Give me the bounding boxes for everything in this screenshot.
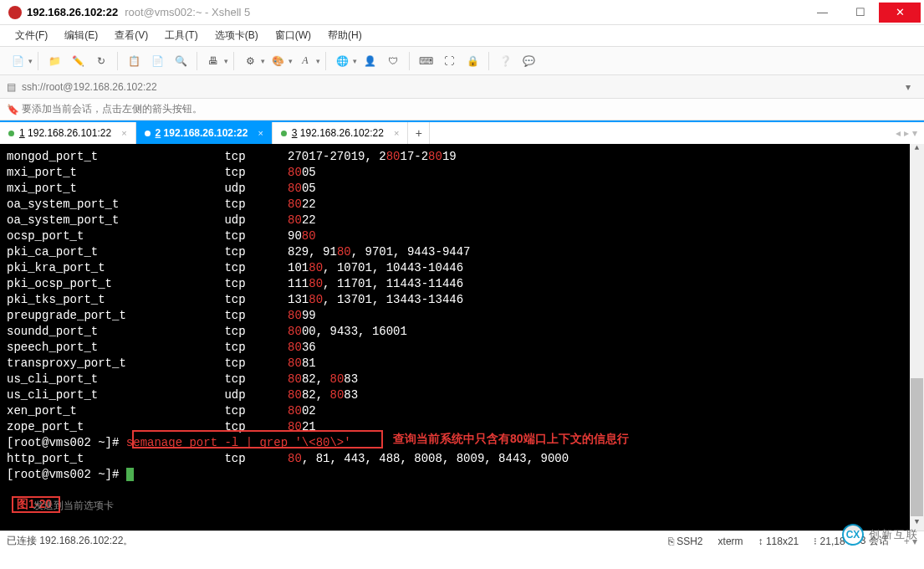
- terminal-line: preupgrade_port_t tcp 8099: [7, 308, 917, 324]
- tab-close-icon[interactable]: ×: [258, 128, 263, 138]
- annotation-label: 查询当前系统中只含有80端口上下文的信息行: [393, 432, 629, 447]
- terminal-cursor: [126, 468, 134, 481]
- info-bar: 🔖 要添加当前会话，点击左侧的箭头按钮。: [0, 99, 924, 120]
- terminal-line: oa_system_port_t tcp 8022: [7, 197, 917, 213]
- edit-icon[interactable]: ✏️: [67, 50, 89, 72]
- session-tab-3[interactable]: 3 192.168.26.102:22 ×: [273, 122, 409, 144]
- terminal-line: us_cli_port_t udp 8082, 8083: [7, 387, 917, 403]
- fullscreen-icon[interactable]: ⛶: [438, 50, 460, 72]
- session-tabs: 1 192.168.26.101:22 × 2 192.168.26.102:2…: [0, 120, 924, 144]
- highlight-box: [132, 430, 383, 449]
- scrollbar-thumb[interactable]: [911, 378, 923, 516]
- search-icon[interactable]: 🔍: [170, 50, 191, 72]
- status-pos: ⁝ 21,18: [814, 536, 845, 547]
- copy-icon[interactable]: 📋: [123, 50, 145, 72]
- disconnect-icon[interactable]: ↻: [90, 50, 112, 72]
- menu-help[interactable]: 帮助(H): [321, 26, 369, 45]
- menu-file[interactable]: 文件(F): [8, 26, 54, 45]
- close-button[interactable]: ✕: [879, 3, 921, 23]
- address-icon: ▤: [7, 81, 22, 93]
- tab-list-icon[interactable]: ▾: [912, 127, 917, 139]
- menu-tabs[interactable]: 选项卡(B): [208, 26, 265, 45]
- app-icon: [8, 6, 22, 19]
- maximize-button[interactable]: ☐: [841, 3, 879, 23]
- sessions-icon[interactable]: 📁: [43, 50, 65, 72]
- terminal-line: [root@vms002 ~]#: [7, 467, 917, 483]
- status-size: ↕ 118x21: [758, 536, 799, 547]
- session-tab-1[interactable]: 1 192.168.26.101:22 ×: [0, 122, 136, 144]
- titlebar: 192.168.26.102:22 root@vms002:~ - Xshell…: [0, 0, 924, 25]
- globe-icon[interactable]: 🌐: [331, 50, 353, 72]
- terminal-line: pki_kra_port_t tcp 10180, 10701, 10443-1…: [7, 260, 917, 276]
- watermark: CX 创新互联: [842, 524, 919, 546]
- address-bar: ▤ ssh://root@192.168.26.102:22 ▾: [0, 75, 924, 99]
- window-title-main: 192.168.26.102:22: [27, 6, 118, 18]
- tab-next-icon[interactable]: ▸: [904, 127, 909, 139]
- terminal-line: speech_port_t tcp 8036: [7, 340, 917, 356]
- footnote-text: 发送到当前选项卡: [33, 499, 114, 513]
- window-title-sub: root@vms002:~ - Xshell 5: [125, 6, 250, 18]
- info-text: 要添加当前会话，点击左侧的箭头按钮。: [22, 102, 202, 116]
- new-session-icon[interactable]: 📄: [7, 50, 28, 72]
- status-dot-icon: [145, 131, 151, 136]
- menu-window[interactable]: 窗口(W): [268, 26, 318, 45]
- terminal-line: soundd_port_t tcp 8000, 9433, 16001: [7, 324, 917, 340]
- paste-icon[interactable]: 📄: [146, 50, 168, 72]
- terminal-line: mxi_port_t udp 8005: [7, 181, 917, 197]
- status-term: xterm: [718, 536, 743, 547]
- terminal-line: pki_ocsp_port_t tcp 11180, 11701, 11443-…: [7, 276, 917, 292]
- keyboard-icon[interactable]: ⌨: [415, 50, 436, 72]
- status-connected: 已连接 192.168.26.102:22。: [7, 534, 653, 548]
- address-dropdown-icon[interactable]: ▾: [899, 81, 917, 93]
- bookmark-icon[interactable]: 🔖: [7, 104, 22, 115]
- watermark-text: 创新互联: [869, 527, 919, 542]
- session-tab-2[interactable]: 2 192.168.26.102:22 ×: [136, 122, 273, 144]
- minimize-button[interactable]: —: [804, 3, 841, 23]
- terminal-line: pki_ca_port_t tcp 829, 9180, 9701, 9443-…: [7, 244, 917, 260]
- tab-prev-icon[interactable]: ◂: [896, 127, 901, 139]
- status-ssh: ⎘ SSH2: [668, 536, 703, 547]
- toolbar: 📄▾ 📁 ✏️ ↻ 📋 📄 🔍 🖶▾ ⚙▾ 🎨▾ A▾ 🌐▾ 👤 🛡 ⌨ ⛶ 🔒…: [0, 47, 924, 75]
- add-tab-button[interactable]: +: [408, 122, 430, 144]
- tab-close-icon[interactable]: ×: [394, 128, 399, 138]
- chat-icon[interactable]: 💬: [518, 50, 539, 72]
- terminal-line: xen_port_t tcp 8002: [7, 403, 917, 419]
- terminal-scrollbar[interactable]: ▲ ▼: [910, 144, 924, 531]
- print-icon[interactable]: 🖶: [202, 50, 224, 72]
- menu-tools[interactable]: 工具(T): [158, 26, 204, 45]
- lock-icon[interactable]: 🔒: [462, 50, 483, 72]
- terminal-line: us_cli_port_t tcp 8082, 8083: [7, 372, 917, 387]
- terminal-line: transproxy_port_t tcp 8081: [7, 356, 917, 372]
- terminal-line: pki_tks_port_t tcp 13180, 13701, 13443-1…: [7, 292, 917, 308]
- address-url[interactable]: ssh://root@192.168.26.102:22: [22, 81, 899, 93]
- menubar: 文件(F) 编辑(E) 查看(V) 工具(T) 选项卡(B) 窗口(W) 帮助(…: [0, 25, 924, 47]
- tab-close-icon[interactable]: ×: [121, 128, 126, 138]
- terminal-line: mxi_port_t tcp 8005: [7, 165, 917, 181]
- terminal-line: oa_system_port_t udp 8022: [7, 213, 917, 228]
- terminal[interactable]: mongod_port_t tcp 27017-27019, 28017-280…: [0, 144, 924, 531]
- status-bar: 已连接 192.168.26.102:22。 ⎘ SSH2 xterm ↕ 11…: [0, 531, 924, 551]
- shield-icon[interactable]: 🛡: [382, 50, 404, 72]
- users-icon[interactable]: 👤: [359, 50, 380, 72]
- menu-view[interactable]: 查看(V): [108, 26, 155, 45]
- status-dot-icon: [8, 131, 14, 136]
- terminal-line: ocsp_port_t tcp 9080: [7, 228, 917, 244]
- font-icon[interactable]: A: [294, 50, 316, 72]
- menu-edit[interactable]: 编辑(E): [58, 26, 105, 45]
- terminal-line: http_port_t tcp 80, 81, 443, 488, 8008, …: [7, 451, 917, 467]
- watermark-logo-icon: CX: [842, 524, 864, 546]
- status-dot-icon: [281, 131, 287, 136]
- color-icon[interactable]: 🎨: [267, 50, 288, 72]
- properties-icon[interactable]: ⚙: [239, 50, 261, 72]
- help-icon[interactable]: ❔: [494, 50, 516, 72]
- tab-nav: ◂ ▸ ▾: [889, 122, 924, 144]
- terminal-line: mongod_port_t tcp 27017-27019, 28017-280…: [7, 149, 917, 165]
